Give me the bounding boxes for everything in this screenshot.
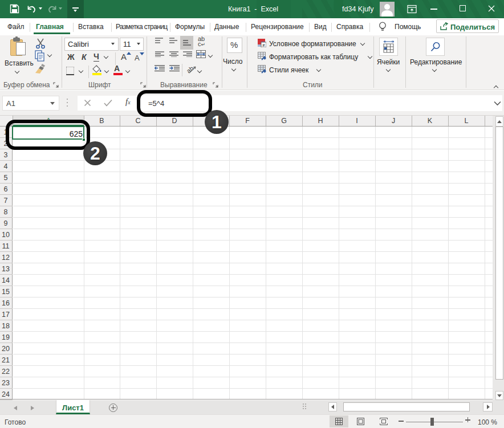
svg-text:≠: ≠ [262,43,265,48]
